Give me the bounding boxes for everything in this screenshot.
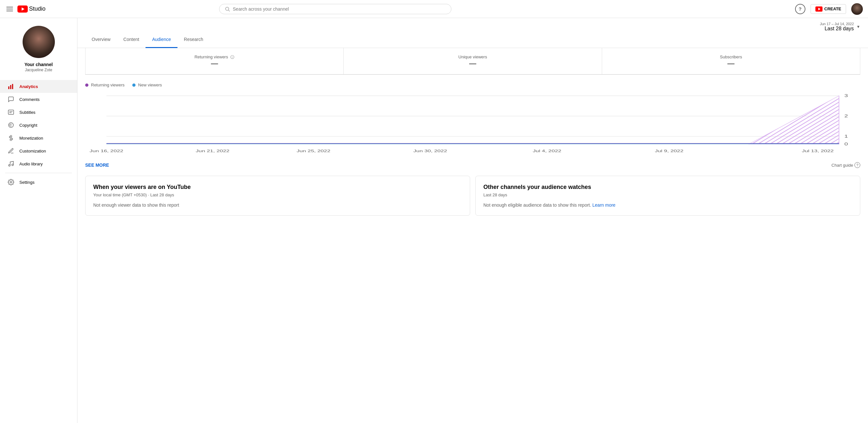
studio-label: Studio [29,5,45,12]
metric-unique-viewers-value: — [351,59,594,68]
learn-more-link[interactable]: Learn more [592,202,616,208]
other-channels-title: Other channels your audience watches [484,184,852,191]
search-input[interactable] [233,6,446,11]
chart-guide-icon: ? [855,162,860,168]
sidebar: Your channel Jacqueline Zote Analytics C… [0,18,78,423]
sidebar-item-settings[interactable]: Settings [0,176,77,189]
svg-text:Jun 21, 2022: Jun 21, 2022 [196,149,230,153]
search-icon [225,6,230,12]
chart-guide[interactable]: Chart guide ? [832,162,860,168]
svg-point-16 [10,182,12,183]
analytics-icon [8,83,14,90]
sidebar-item-monetization[interactable]: Monetization [0,132,77,144]
svg-text:Jul 13, 2022: Jul 13, 2022 [802,149,834,153]
when-viewers-subtitle: Your local time (GMT +0530) · Last 28 da… [93,193,462,197]
create-button[interactable]: CREATE [811,4,846,14]
sidebar-item-subtitles[interactable]: Subtitles [0,106,77,119]
sidebar-item-monetization-label: Monetization [19,136,43,140]
tab-overview[interactable]: Overview [85,32,117,48]
metric-subscribers[interactable]: Subscribers — [602,48,860,74]
when-viewers-title: When your viewers are on YouTube [93,184,462,191]
other-channels-subtitle: Last 28 days [484,193,852,197]
metric-subscribers-label: Subscribers [610,55,852,59]
sidebar-item-customization[interactable]: Customization [0,144,77,157]
svg-text:1: 1 [844,134,848,138]
see-more-button[interactable]: SEE MORE [85,162,109,168]
settings-icon [8,179,14,185]
tabs-row: Overview Content Audience Research [85,32,860,48]
svg-rect-7 [10,85,11,89]
svg-rect-8 [12,84,13,89]
sidebar-item-analytics-label: Analytics [19,84,38,89]
chart-guide-label: Chart guide [832,163,853,168]
content-area: Jun 17 – Jul 14, 2022 Last 28 days ▼ Ove… [78,18,868,423]
date-range-dropdown[interactable]: ▼ [857,25,860,29]
customization-icon [8,148,14,154]
channel-name: Your channel [25,62,53,67]
bottom-cards: When your viewers are on YouTube Your lo… [78,176,868,223]
analytics-tabs: Overview Content Audience Research [78,32,868,48]
date-range-subtitle: Jun 17 – Jul 14, 2022 [820,22,854,26]
sidebar-item-settings-label: Settings [19,180,34,185]
date-range-main: Last 28 days [820,26,854,32]
audio-library-icon [8,161,14,167]
svg-point-14 [9,165,10,166]
metric-returning-viewers-label: Returning viewers [93,55,336,59]
svg-marker-29 [749,96,839,144]
tab-research[interactable]: Research [178,32,210,48]
top-nav: Studio ? CREATE [0,0,868,18]
when-viewers-empty: Not enough viewer data to show this repo… [93,202,462,208]
svg-text:2: 2 [844,114,848,118]
svg-point-2 [225,7,229,10]
main-layout: Your channel Jacqueline Zote Analytics C… [0,18,868,423]
sidebar-item-audio-library-label: Audio library [19,162,42,166]
svg-text:3: 3 [844,94,848,98]
sidebar-item-comments-label: Comments [19,97,40,102]
sidebar-item-copyright-label: Copyright [19,123,37,128]
metric-unique-viewers-label: Unique viewers [351,55,594,59]
chart-legend: Returning viewers New viewers [85,83,860,87]
sidebar-item-copyright[interactable]: Copyright [0,119,77,132]
svg-text:Jul 9, 2022: Jul 9, 2022 [655,149,683,153]
search-bar [219,4,452,14]
sidebar-item-analytics[interactable]: Analytics [0,80,77,93]
chart-actions: SEE MORE Chart guide ? [85,162,860,168]
help-button[interactable]: ? [795,4,805,14]
sidebar-item-audio-library[interactable]: Audio library [0,157,77,170]
nav-right: ? CREATE [795,3,863,15]
metrics-row: Returning viewers — Unique viewers — Sub… [86,48,860,74]
sidebar-divider [5,173,72,173]
metric-returning-viewers[interactable]: Returning viewers — [86,48,344,74]
hamburger-menu[interactable] [5,5,14,12]
svg-rect-9 [8,110,14,114]
metric-unique-viewers[interactable]: Unique viewers — [344,48,602,74]
metric-returning-viewers-value: — [93,59,336,68]
legend-new: New viewers [132,83,162,87]
create-label: CREATE [825,6,841,11]
svg-text:Jun 30, 2022: Jun 30, 2022 [413,149,447,153]
sidebar-nav: Analytics Comments Subtitles Copyright [0,77,77,191]
user-avatar[interactable] [851,3,863,15]
subtitles-icon [8,109,14,116]
tab-content[interactable]: Content [117,32,146,48]
channel-avatar[interactable] [23,26,55,58]
metrics-container: Returning viewers — Unique viewers — Sub… [85,48,860,75]
legend-returning-label: Returning viewers [91,83,125,87]
create-icon [815,6,823,11]
when-viewers-card: When your viewers are on YouTube Your lo… [85,176,470,216]
svg-text:Jun 25, 2022: Jun 25, 2022 [297,149,331,153]
sidebar-item-comments[interactable]: Comments [0,93,77,106]
metric-subscribers-value: — [610,59,852,68]
svg-text:Jul 4, 2022: Jul 4, 2022 [533,149,561,153]
svg-point-12 [9,123,13,128]
svg-text:Jun 16, 2022: Jun 16, 2022 [90,149,124,153]
nav-left: Studio [5,5,45,12]
tab-audience[interactable]: Audience [146,32,177,48]
legend-returning: Returning viewers [85,83,125,87]
svg-line-3 [228,10,230,11]
youtube-studio-logo[interactable]: Studio [18,5,45,12]
date-range-text: Jun 17 – Jul 14, 2022 Last 28 days [820,22,854,32]
other-channels-empty: Not enough eligible audience data to sho… [484,202,852,208]
legend-new-dot [132,84,135,87]
other-channels-card: Other channels your audience watches Las… [475,176,860,216]
